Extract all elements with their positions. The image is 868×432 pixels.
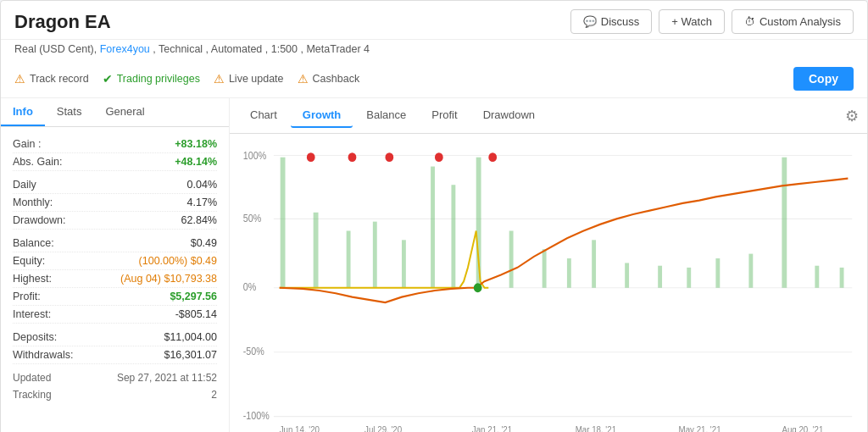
daily-label: Daily xyxy=(13,179,36,191)
track-record-label: Track record xyxy=(30,73,89,85)
discuss-icon: 💬 xyxy=(583,15,597,28)
custom-analysis-icon: ⏱ xyxy=(744,15,755,28)
svg-rect-16 xyxy=(281,158,286,288)
watch-button[interactable]: + Watch xyxy=(659,9,725,34)
svg-text:50%: 50% xyxy=(243,213,261,224)
right-panel: Chart Growth Balance Profit Drawdown ⚙ 1… xyxy=(230,98,867,432)
svg-point-36 xyxy=(307,152,315,162)
svg-point-41 xyxy=(474,283,482,292)
svg-rect-29 xyxy=(658,266,662,288)
svg-text:-100%: -100% xyxy=(243,410,270,421)
equity-value: (100.00%) $0.49 xyxy=(139,255,217,267)
gain-value: +83.18% xyxy=(175,138,217,150)
tab-stats[interactable]: Stats xyxy=(45,98,94,126)
svg-rect-32 xyxy=(748,254,753,288)
svg-rect-30 xyxy=(687,268,691,288)
balance-value: $0.49 xyxy=(191,237,217,249)
live-update-icon: ⚠ xyxy=(214,72,225,86)
daily-value: 0.04% xyxy=(187,179,217,191)
tab-chart[interactable]: Chart xyxy=(238,103,289,128)
withdrawals-label: Withdrawals: xyxy=(13,349,74,361)
gain-row: Gain : +83.18% xyxy=(13,136,217,153)
svg-text:0%: 0% xyxy=(243,281,256,292)
svg-rect-31 xyxy=(715,258,720,288)
monthly-value: 4.17% xyxy=(187,197,217,208)
check-icon: ✔ xyxy=(103,72,113,86)
cashback-icon: ⚠ xyxy=(298,72,309,86)
svg-rect-17 xyxy=(314,213,319,288)
svg-rect-25 xyxy=(542,249,547,288)
svg-rect-35 xyxy=(840,268,844,288)
withdrawals-value: $16,301.07 xyxy=(164,349,217,361)
live-update-badge: ⚠ Live update xyxy=(214,72,284,86)
tab-info[interactable]: Info xyxy=(1,98,45,126)
svg-point-38 xyxy=(385,152,393,162)
svg-rect-33 xyxy=(782,158,787,288)
svg-text:100%: 100% xyxy=(243,150,266,161)
live-update-label: Live update xyxy=(229,73,284,85)
tab-general[interactable]: General xyxy=(93,98,156,126)
tab-drawdown[interactable]: Drawdown xyxy=(471,103,547,128)
drawdown-value: 62.84% xyxy=(181,214,217,226)
broker-link[interactable]: Forex4you xyxy=(100,43,150,55)
drawdown-row: Drawdown: 62.84% xyxy=(13,212,217,230)
svg-point-37 xyxy=(348,152,357,162)
daily-row: Daily 0.04% xyxy=(13,176,217,194)
balance-row: Balance: $0.49 xyxy=(13,235,217,252)
tab-balance[interactable]: Balance xyxy=(354,103,418,128)
updated-value: Sep 27, 2021 at 11:52 xyxy=(117,372,217,384)
header-actions: 💬 Discuss + Watch ⏱ Custom Analysis xyxy=(570,9,854,34)
monthly-row: Monthly: 4.17% xyxy=(13,194,217,212)
equity-label: Equity: xyxy=(13,255,45,267)
profit-label: Profit: xyxy=(13,291,41,302)
updated-label: Updated xyxy=(13,372,51,384)
svg-text:Mar 18, '21: Mar 18, '21 xyxy=(576,425,617,432)
svg-rect-18 xyxy=(347,230,351,287)
svg-text:May 21, '21: May 21, '21 xyxy=(679,425,721,432)
chart-tabs: Chart Growth Balance Profit Drawdown ⚙ xyxy=(230,98,867,134)
left-panel: Info Stats General Gain : +83.18% Abs. G… xyxy=(1,98,230,432)
page-title: Dragon EA xyxy=(14,11,111,33)
interest-row: Interest: -$805.14 xyxy=(13,306,217,324)
discuss-button[interactable]: 💬 Discuss xyxy=(570,9,653,34)
chart-area: 100% 50% 0% -50% -100% Jun 14, '20 Jul 2… xyxy=(230,134,867,432)
tab-growth[interactable]: Growth xyxy=(291,103,353,128)
trading-privileges-badge: ✔ Trading privileges xyxy=(103,72,200,86)
withdrawals-row: Withdrawals: $16,301.07 xyxy=(13,346,217,364)
svg-rect-24 xyxy=(509,230,514,287)
copy-button[interactable]: Copy xyxy=(793,67,854,91)
track-record-icon: ⚠ xyxy=(14,72,25,86)
info-content: Gain : +83.18% Abs. Gain: +48.14% Daily … xyxy=(1,127,229,412)
updated-row: Updated Sep 27, 2021 at 11:52 xyxy=(13,369,217,386)
abs-gain-value: +48.14% xyxy=(175,156,217,168)
svg-point-39 xyxy=(435,152,443,162)
highest-label: Highest: xyxy=(13,273,52,285)
interest-value: -$805.14 xyxy=(175,308,217,320)
deposits-label: Deposits: xyxy=(13,331,57,343)
tracking-row: Tracking 2 xyxy=(13,386,217,403)
balance-label: Balance: xyxy=(13,237,54,249)
tracking-value: 2 xyxy=(211,389,217,401)
trading-privileges-label: Trading privileges xyxy=(117,73,200,85)
chart-settings-icon[interactable]: ⚙ xyxy=(845,107,859,125)
cashback-badge: ⚠ Cashback xyxy=(298,72,360,86)
main-content: Info Stats General Gain : +83.18% Abs. G… xyxy=(1,98,867,432)
svg-point-40 xyxy=(488,152,497,162)
equity-row: Equity: (100.00%) $0.49 xyxy=(13,252,217,270)
drawdown-label: Drawdown: xyxy=(13,214,66,226)
tab-profit[interactable]: Profit xyxy=(420,103,469,128)
track-record-badge: ⚠ Track record xyxy=(14,72,89,86)
svg-rect-27 xyxy=(592,240,596,287)
svg-rect-28 xyxy=(625,263,629,287)
svg-rect-20 xyxy=(402,240,406,287)
custom-analysis-button[interactable]: ⏱ Custom Analysis xyxy=(732,9,854,34)
svg-text:Jun 14, '20: Jun 14, '20 xyxy=(280,425,320,432)
svg-rect-19 xyxy=(373,222,377,288)
svg-text:Aug 20, '21: Aug 20, '21 xyxy=(782,425,823,432)
cashback-label: Cashback xyxy=(313,73,360,85)
interest-label: Interest: xyxy=(13,308,51,320)
abs-gain-row: Abs. Gain: +48.14% xyxy=(13,153,217,171)
svg-text:Jul 29, '20: Jul 29, '20 xyxy=(364,425,402,432)
svg-rect-26 xyxy=(567,258,571,288)
highest-value: (Aug 04) $10,793.38 xyxy=(120,273,217,285)
